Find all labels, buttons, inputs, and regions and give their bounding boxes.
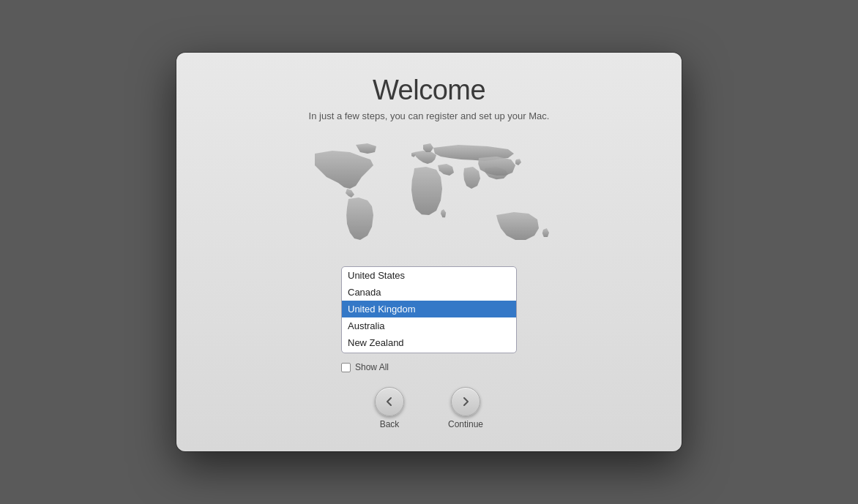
country-item[interactable]: Ireland xyxy=(342,351,516,353)
continue-label: Continue xyxy=(448,419,483,429)
country-item[interactable]: United States xyxy=(342,267,516,284)
country-item[interactable]: Canada xyxy=(342,284,516,301)
world-map-svg xyxy=(297,136,561,253)
show-all-label[interactable]: Show All xyxy=(355,362,389,372)
country-item[interactable]: Australia xyxy=(342,317,516,334)
continue-arrow-icon xyxy=(460,396,471,407)
page-title: Welcome xyxy=(373,75,485,106)
continue-button[interactable]: Continue xyxy=(448,387,483,429)
country-item[interactable]: New Zealand xyxy=(342,334,516,351)
nav-buttons: Back Continue xyxy=(375,387,483,429)
back-circle xyxy=(375,387,404,416)
country-list-container: United StatesCanadaUnited KingdomAustral… xyxy=(341,266,517,353)
show-all-checkbox[interactable] xyxy=(341,363,351,372)
setup-window: Welcome In just a few steps, you can reg… xyxy=(176,53,682,451)
back-arrow-icon xyxy=(384,396,395,407)
world-map xyxy=(297,136,561,253)
show-all-row: Show All xyxy=(341,362,389,372)
back-label: Back xyxy=(380,419,400,429)
country-item[interactable]: United Kingdom xyxy=(342,301,516,317)
back-button[interactable]: Back xyxy=(375,387,404,429)
page-subtitle: In just a few steps, you can register an… xyxy=(309,110,550,121)
country-list[interactable]: United StatesCanadaUnited KingdomAustral… xyxy=(342,267,516,353)
continue-circle xyxy=(451,387,480,416)
